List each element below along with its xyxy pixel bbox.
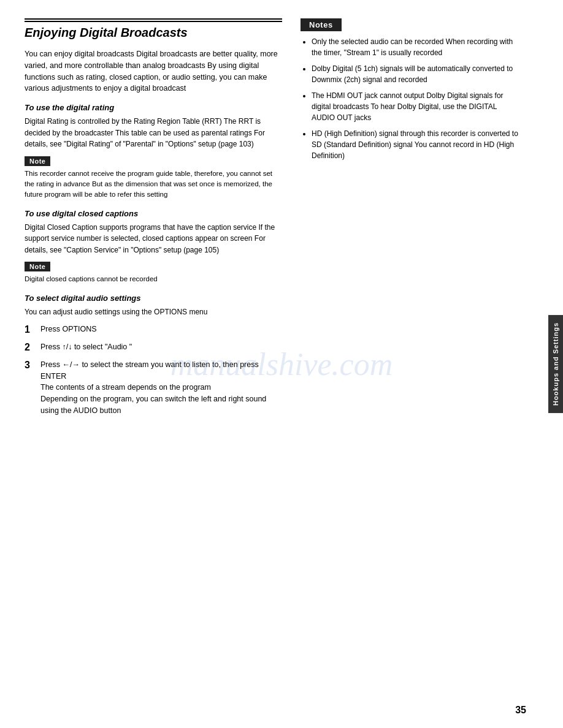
- page-container: manualshive.com Enjoying Digital Broadca…: [0, 0, 563, 728]
- step-2: 2 Press ↑/↓ to select "Audio ": [25, 341, 282, 354]
- right-sidebar: Hookups and Settings: [534, 0, 563, 728]
- notes-item-2: Dolby Digital (5 1ch) signals will be au…: [312, 63, 521, 85]
- note-box-2: Note Digital closed captions cannot be r…: [25, 262, 282, 284]
- two-column-layout: Enjoying Digital Broadcasts You can enjo…: [25, 18, 521, 422]
- intro-paragraph-actual: You can enjoy digital broadcasts Digital…: [25, 48, 282, 94]
- page-number: 35: [515, 705, 526, 716]
- section-heading-audio: To select digital audio settings: [25, 294, 282, 303]
- notes-panel: Notes Only the selected audio can be rec…: [301, 18, 521, 161]
- step-3-content: Press ←/→ to select the stream you want …: [40, 359, 282, 417]
- arrow-up-down-icon: ↑/↓: [62, 343, 72, 351]
- step-1-number: 1: [25, 324, 36, 336]
- note-text-1: This recorder cannot receive the program…: [25, 169, 282, 200]
- note-label-1: Note: [25, 156, 50, 166]
- section-heading-closed-captions: To use digital closed captions: [25, 209, 282, 218]
- step-2-content: Press ↑/↓ to select "Audio ": [40, 341, 282, 354]
- right-column: Notes Only the selected audio can be rec…: [301, 18, 521, 422]
- arrow-left-right-icon: ←/→: [62, 360, 79, 369]
- sidebar-tab-label: Hookups and Settings: [548, 315, 563, 413]
- notes-item-1: Only the selected audio can be recorded …: [312, 36, 521, 58]
- notes-item-3: The HDMI OUT jack cannot output Dolby Di…: [312, 90, 521, 123]
- note-box-1: Note This recorder cannot receive the pr…: [25, 156, 282, 200]
- step-3: 3 Press ←/→ to select the stream you wan…: [25, 359, 282, 417]
- note-label-2: Note: [25, 262, 50, 271]
- notes-list: Only the selected audio can be recorded …: [301, 36, 521, 161]
- step-1: 1 Press OPTIONS: [25, 324, 282, 336]
- steps-list: 1 Press OPTIONS 2 Press ↑/↓ to select "A…: [25, 324, 282, 416]
- audio-intro: You can adjust audio settings using the …: [25, 306, 282, 318]
- top-rule: [25, 18, 282, 20]
- notes-panel-label: Notes: [301, 18, 342, 31]
- step-3-number: 3: [25, 359, 36, 417]
- page-title: Enjoying Digital Broadcasts: [25, 21, 282, 40]
- notes-item-4: HD (High Definition) signal through this…: [312, 128, 521, 161]
- step-2-number: 2: [25, 341, 36, 354]
- note-text-2: Digital closed captions cannot be record…: [25, 274, 282, 284]
- section-body-digital-rating: Digital Rating is controlled by the Rati…: [25, 116, 282, 150]
- left-column: Enjoying Digital Broadcasts You can enjo…: [25, 18, 282, 422]
- section-body-closed-captions: Digital Closed Caption supports programs…: [25, 222, 282, 256]
- section-heading-digital-rating: To use the digital rating: [25, 103, 282, 112]
- main-content: manualshive.com Enjoying Digital Broadca…: [0, 0, 534, 728]
- step-1-content: Press OPTIONS: [40, 324, 282, 336]
